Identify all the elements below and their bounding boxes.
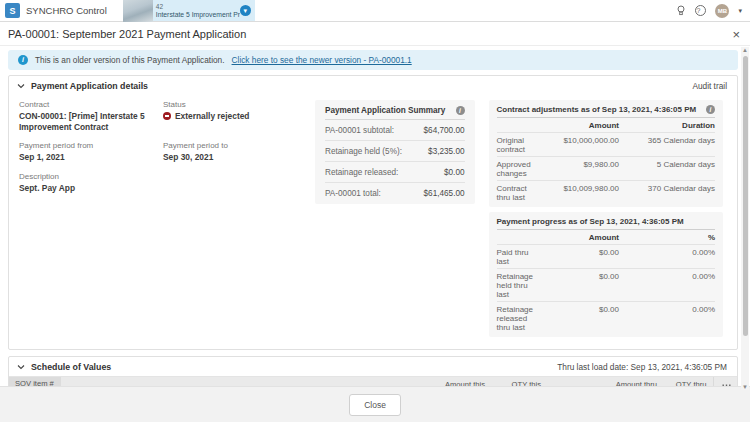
scrollbar-thumb[interactable]: [743, 56, 748, 336]
adjustments-row-amount: $10,000,000.00: [533, 136, 619, 154]
adjustments-row-label: Original contract: [497, 136, 533, 154]
adjustments-title: Contract adjustments as of Sep 13, 2021,…: [497, 105, 706, 114]
project-number: 42: [156, 3, 237, 11]
project-switcher-icon[interactable]: ▾: [240, 5, 251, 16]
scrollbar-up-icon[interactable]: ▲: [742, 47, 748, 53]
description-label: Description: [19, 172, 161, 181]
screen: S SYNCHRO Control 42 Interstate 5 Improv…: [0, 0, 750, 422]
progress-row-amount: $0.00: [533, 305, 619, 332]
contract-value: CON-00001: [Prime] Interstate 5 Improvem…: [19, 111, 161, 132]
period-to-value: Sep 30, 2021: [163, 152, 303, 163]
summary-row-value: $3,235.00: [428, 147, 464, 156]
progress-row-amount: $0.00: [533, 248, 619, 266]
summary-rows: PA-00001 subtotal: $64,700.00 Retainage …: [325, 120, 465, 204]
summary-title-row: Payment Application Summary i: [325, 106, 465, 120]
logo-wrap: S: [0, 0, 26, 21]
scrollbar-down-icon[interactable]: ▼: [742, 384, 748, 390]
adjustments-row: Approved changes $9,980.00 5 Calendar da…: [497, 156, 715, 180]
progress-row: Paid thru last $0.00 0.00%: [497, 244, 715, 268]
period-to-label: Payment period to: [163, 141, 303, 150]
progress-column-headers: Amount %: [497, 230, 715, 244]
adjustments-rows: Original contract $10,000,000.00 365 Cal…: [497, 132, 715, 204]
account-menu-caret-icon[interactable]: ▾: [738, 7, 742, 15]
page-scrollbar[interactable]: ▲ ▼: [741, 47, 749, 390]
summary-row-label: Retainage held (5%):: [325, 147, 402, 156]
adjustments-row-amount: $10,009,980.00: [533, 184, 619, 202]
banner-text: This is an older version of this Payment…: [35, 55, 225, 65]
progress-row: Retainage released thru last $0.00 0.00%: [497, 301, 715, 334]
summary-row: Retainage held (5%): $3,235.00: [325, 141, 465, 162]
page-title: PA-00001: September 2021 Payment Applica…: [8, 28, 732, 40]
contract-field: Contract CON-00001: [Prime] Interstate 5…: [19, 100, 161, 132]
info-icon: i: [18, 55, 28, 65]
adjustments-row: Original contract $10,000,000.00 365 Cal…: [497, 132, 715, 156]
project-text: 42 Interstate 5 Improvement Project: [153, 2, 240, 20]
app-name: SYNCHRO Control: [26, 0, 123, 21]
progress-row-pct: 0.00%: [619, 305, 715, 332]
adjustments-row-duration: 370 Calendar days: [619, 184, 715, 202]
progress-title: Payment progress as of Sep 13, 2021, 4:3…: [497, 217, 715, 226]
adjustments-row-label: Approved changes: [497, 160, 533, 178]
summary-row: PA-00001 total: $61,465.00: [325, 183, 465, 204]
details-section-title: Payment Application details: [31, 81, 692, 91]
adjustments-row-duration: 5 Calendar days: [619, 160, 715, 178]
progress-row-pct: 0.00%: [619, 248, 715, 266]
progress-row-label: Retainage released thru last: [497, 305, 533, 332]
payment-application-summary-panel: Payment Application Summary i PA-00001 s…: [315, 100, 475, 204]
adjustments-row-label: Contract thru last: [497, 184, 533, 202]
adjustments-info-icon[interactable]: i: [706, 105, 715, 114]
summary-row: PA-00001 subtotal: $64,700.00: [325, 120, 465, 141]
close-icon[interactable]: ×: [732, 28, 740, 41]
progress-rows: Paid thru last $0.00 0.00% Retainage hel…: [497, 244, 715, 334]
summary-row-label: PA-00001 subtotal:: [325, 126, 394, 135]
details-fields: Contract CON-00001: [Prime] Interstate 5…: [19, 100, 301, 337]
summary-row-label: PA-00001 total:: [325, 189, 381, 198]
sov-section-title: Schedule of Values: [31, 362, 557, 372]
contract-label: Contract: [19, 100, 161, 109]
topbar-spacer: [255, 0, 677, 21]
spacer: [497, 233, 533, 242]
adjustments-row: Contract thru last $10,009,980.00 370 Ca…: [497, 180, 715, 204]
summary-row-value: $0.00: [444, 168, 465, 177]
progress-row-amount: $0.00: [533, 272, 619, 299]
adjustments-row-duration: 365 Calendar days: [619, 136, 715, 154]
status-label: Status: [163, 100, 303, 109]
summary-row-value: $64,700.00: [424, 126, 465, 135]
summary-info-icon[interactable]: i: [456, 106, 465, 115]
summary-row-value: $61,465.00: [424, 189, 465, 198]
synchro-logo-icon: S: [5, 3, 20, 18]
status-value-row: Externally rejected: [163, 111, 303, 122]
progress-title-row: Payment progress as of Sep 13, 2021, 4:3…: [497, 217, 715, 230]
help-icon[interactable]: ?: [695, 5, 706, 16]
audit-trail-link[interactable]: Audit trail: [692, 81, 727, 91]
spacer: [497, 121, 533, 130]
ideas-icon[interactable]: [676, 5, 686, 16]
avatar[interactable]: MB: [715, 4, 729, 18]
status-value: Externally rejected: [175, 111, 249, 122]
topbar-icons: ? MB ▾: [676, 0, 750, 21]
close-button[interactable]: Close: [349, 394, 401, 416]
description-value: Sept. Pay App: [19, 183, 161, 194]
payment-application-details-section: Payment Application details Audit trail …: [8, 75, 738, 350]
chevron-down-icon[interactable]: [17, 82, 25, 90]
adjustments-column-headers: Amount Duration: [497, 118, 715, 132]
progress-pct-header: %: [619, 233, 715, 242]
period-to-field: Payment period to Sep 30, 2021: [163, 141, 303, 163]
progress-row-pct: 0.00%: [619, 272, 715, 299]
payment-progress-panel: Payment progress as of Sep 13, 2021, 4:3…: [489, 212, 723, 337]
summary-title: Payment Application Summary: [325, 106, 456, 115]
details-right-column: Contract adjustments as of Sep 13, 2021,…: [489, 100, 723, 337]
period-from-field: Payment period from Sep 1, 2021: [19, 141, 161, 163]
progress-row-label: Paid thru last: [497, 248, 533, 266]
footer-bar: Close: [0, 386, 750, 422]
sov-section-header: Schedule of Values Thru last load date: …: [9, 357, 737, 376]
details-body: Contract CON-00001: [Prime] Interstate 5…: [9, 95, 737, 349]
rejected-status-icon: [163, 112, 171, 120]
older-version-banner: i This is an older version of this Payme…: [8, 50, 738, 70]
chevron-down-icon[interactable]: [17, 363, 25, 371]
newer-version-link[interactable]: Click here to see the newer version - PA…: [232, 55, 412, 65]
project-tab[interactable]: 42 Interstate 5 Improvement Project ▾: [123, 0, 255, 21]
progress-row-label: Retainage held thru last: [497, 272, 533, 299]
contract-adjustments-panel: Contract adjustments as of Sep 13, 2021,…: [489, 100, 723, 207]
period-from-label: Payment period from: [19, 141, 161, 150]
